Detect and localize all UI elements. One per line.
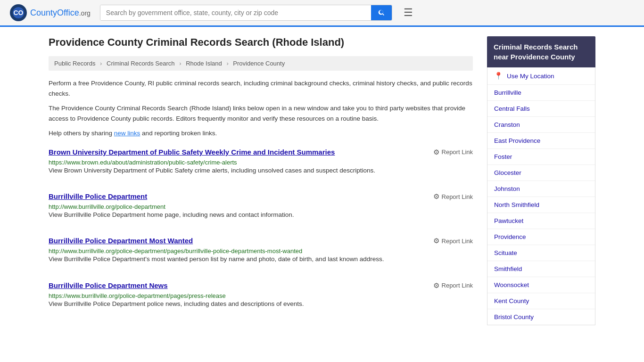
- sidebar-link[interactable]: Burrillville: [494, 89, 521, 96]
- result-title[interactable]: Burrillville Police Department Most Want…: [49, 237, 193, 245]
- logo-text: CountyOffice.org: [30, 8, 91, 18]
- result-title[interactable]: Burrillville Police Department: [49, 192, 147, 200]
- report-icon: ⚙: [433, 237, 439, 245]
- sidebar-link[interactable]: Smithfield: [494, 265, 522, 272]
- breadcrumb-criminal-records[interactable]: Criminal Records Search: [107, 60, 175, 67]
- report-link-label: Report Link: [442, 282, 473, 289]
- result-url[interactable]: http://www.burrillville.org/police-depar…: [49, 247, 302, 255]
- report-icon: ⚙: [433, 148, 439, 156]
- report-icon: ⚙: [433, 281, 439, 290]
- sidebar-item-providence[interactable]: Providence: [487, 229, 595, 245]
- new-links-link[interactable]: new links: [114, 130, 140, 137]
- result-header: Brown University Department of Public Sa…: [49, 148, 473, 156]
- breadcrumb-sep-1: ›: [100, 60, 102, 67]
- result-item: Burrillville Police Department News ⚙ Re…: [49, 281, 473, 316]
- result-desc: View Burrillville Police Department's mo…: [49, 255, 473, 264]
- report-link-button[interactable]: ⚙ Report Link: [433, 148, 473, 156]
- breadcrumb-sep-3: ›: [226, 60, 228, 67]
- hamburger-icon: ☰: [404, 7, 413, 18]
- description-para3: Help others by sharing new links and rep…: [49, 128, 473, 139]
- sidebar-heading: Criminal Records Search near Providence …: [487, 36, 595, 67]
- sidebar-item-kent-county[interactable]: Kent County: [487, 293, 595, 309]
- sidebar-link[interactable]: East Providence: [494, 137, 540, 144]
- result-url-wrapper: http://www.burrillville.org/police-depar…: [49, 203, 473, 210]
- result-url-wrapper: http://www.burrillville.org/police-depar…: [49, 247, 473, 255]
- sidebar: Criminal Records Search near Providence …: [487, 36, 595, 325]
- report-link-button[interactable]: ⚙ Report Link: [433, 281, 473, 290]
- logo-link[interactable]: CO CountyOffice.org: [9, 4, 91, 22]
- svg-text:CO: CO: [14, 9, 24, 16]
- sidebar-link[interactable]: Woonsocket: [494, 281, 529, 288]
- sidebar-link[interactable]: Kent County: [494, 297, 529, 304]
- content-area: Providence County Criminal Records Searc…: [49, 36, 473, 325]
- logo-org: .org: [79, 9, 91, 17]
- sidebar-link[interactable]: Foster: [494, 153, 512, 160]
- sidebar-link[interactable]: North Smithfield: [494, 201, 539, 208]
- main-container: Providence County Criminal Records Searc…: [39, 27, 605, 335]
- sidebar-item-bristol-county[interactable]: Bristol County: [487, 309, 595, 325]
- sidebar-link[interactable]: Providence: [494, 233, 526, 240]
- result-title[interactable]: Burrillville Police Department News: [49, 281, 168, 289]
- breadcrumb-public-records[interactable]: Public Records: [54, 60, 95, 67]
- breadcrumb: Public Records › Criminal Records Search…: [49, 56, 473, 71]
- result-url[interactable]: https://www.burrillville.org/police-depa…: [49, 292, 226, 299]
- sidebar-item-cranston[interactable]: Cranston: [487, 117, 595, 133]
- result-desc: View Burrillville Police Department home…: [49, 210, 473, 220]
- result-url[interactable]: http://www.burrillville.org/police-depar…: [49, 203, 165, 210]
- sidebar-item-north-smithfield[interactable]: North Smithfield: [487, 197, 595, 213]
- sidebar-link[interactable]: Johnston: [494, 185, 520, 192]
- sidebar-item-east-providence[interactable]: East Providence: [487, 133, 595, 149]
- description-para1: Perform a free Providence County, RI pub…: [49, 78, 473, 99]
- result-url-wrapper: https://www.brown.edu/about/administrati…: [49, 158, 473, 166]
- result-item: Burrillville Police Department ⚙ Report …: [49, 192, 473, 227]
- breadcrumb-providence-county[interactable]: Providence County: [233, 60, 285, 67]
- site-header: CO CountyOffice.org ☰: [0, 0, 644, 27]
- breadcrumb-rhode-island[interactable]: Rhode Island: [186, 60, 222, 67]
- result-header: Burrillville Police Department News ⚙ Re…: [49, 281, 473, 290]
- report-link-label: Report Link: [442, 193, 473, 200]
- result-url-wrapper: https://www.burrillville.org/police-depa…: [49, 292, 473, 299]
- sidebar-item-scituate[interactable]: Scituate: [487, 245, 595, 261]
- sidebar-item-smithfield[interactable]: Smithfield: [487, 261, 595, 277]
- result-desc: View Brown University Department of Publ…: [49, 166, 473, 175]
- logo-county: CountyOffice: [30, 8, 79, 17]
- location-pin-icon: 📍: [494, 72, 503, 80]
- report-link-button[interactable]: ⚙ Report Link: [433, 192, 473, 201]
- result-desc: View Burrillville Police Department poli…: [49, 299, 473, 309]
- sidebar-link[interactable]: Central Falls: [494, 105, 530, 112]
- report-link-label: Report Link: [442, 238, 473, 245]
- search-input[interactable]: [100, 5, 371, 20]
- search-icon: [378, 9, 385, 16]
- sidebar-item-foster[interactable]: Foster: [487, 149, 595, 165]
- sidebar-item-central-falls[interactable]: Central Falls: [487, 101, 595, 117]
- result-header: Burrillville Police Department Most Want…: [49, 237, 473, 245]
- menu-button[interactable]: ☰: [402, 5, 415, 21]
- use-location-link[interactable]: Use My Location: [507, 73, 554, 80]
- result-title[interactable]: Brown University Department of Public Sa…: [49, 148, 335, 156]
- sidebar-link[interactable]: Cranston: [494, 121, 520, 128]
- sidebar-item-woonsocket[interactable]: Woonsocket: [487, 277, 595, 293]
- result-header: Burrillville Police Department ⚙ Report …: [49, 192, 473, 201]
- sidebar-item-pawtucket[interactable]: Pawtucket: [487, 213, 595, 229]
- sidebar-item-burrillville[interactable]: Burrillville: [487, 85, 595, 101]
- sidebar-list: 📍 Use My Location Burrillville Central F…: [487, 67, 595, 325]
- result-url[interactable]: https://www.brown.edu/about/administrati…: [49, 159, 237, 166]
- sidebar-link[interactable]: Scituate: [494, 249, 517, 256]
- search-button[interactable]: [371, 5, 392, 20]
- description-para3-prefix: Help others by sharing: [49, 130, 114, 137]
- sidebar-item-johnston[interactable]: Johnston: [487, 181, 595, 197]
- sidebar-link[interactable]: Glocester: [494, 169, 521, 176]
- report-icon: ⚙: [433, 192, 439, 201]
- sidebar-link[interactable]: Pawtucket: [494, 217, 523, 224]
- description-para3-suffix: and reporting broken links.: [140, 130, 217, 137]
- sidebar-link[interactable]: Bristol County: [494, 313, 534, 321]
- description-para2: The Providence County Criminal Records S…: [49, 103, 473, 123]
- logo-icon: CO: [9, 4, 27, 22]
- report-link-button[interactable]: ⚙ Report Link: [433, 237, 473, 245]
- result-item: Brown University Department of Public Sa…: [49, 148, 473, 183]
- result-item: Burrillville Police Department Most Want…: [49, 237, 473, 272]
- breadcrumb-sep-2: ›: [179, 60, 181, 67]
- page-title: Providence County Criminal Records Searc…: [49, 36, 473, 49]
- sidebar-use-location[interactable]: 📍 Use My Location: [487, 67, 595, 85]
- sidebar-item-glocester[interactable]: Glocester: [487, 165, 595, 181]
